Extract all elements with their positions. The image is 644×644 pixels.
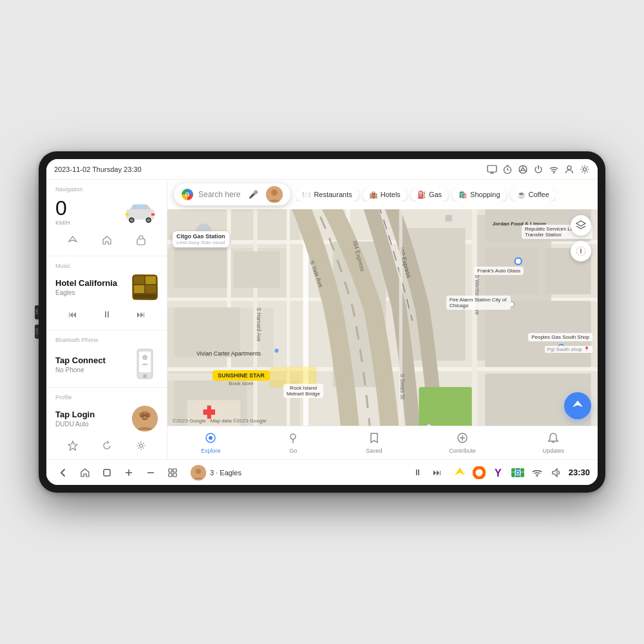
sidebar: Navigation 0 KM/H <box>46 180 167 459</box>
map-bottom-nav: Explore Go <box>167 426 598 459</box>
hotels-chip[interactable]: 🏨 Hotels <box>363 188 407 202</box>
wifi-icon[interactable] <box>549 164 559 175</box>
gas-label: Gas <box>429 191 442 198</box>
svg-text:S Swais St: S Swais St <box>399 374 405 399</box>
saved-nav[interactable]: Saved <box>358 430 390 457</box>
profile-section: Profile Tap Login DUDU Auto <box>46 388 167 459</box>
bt-title: Tap Connect <box>55 355 126 365</box>
back-btn[interactable] <box>54 464 72 482</box>
now-playing: 3 · Eagles <box>191 465 406 480</box>
power-icon[interactable] <box>533 164 544 175</box>
music-text: Hotel California Eagles <box>55 278 126 296</box>
svg-point-85 <box>515 258 522 265</box>
contribute-label: Contribute <box>449 448 476 454</box>
mic-search-btn[interactable]: 🎤 <box>245 187 261 202</box>
screen: 2023-11-02 Thursday 23:30 <box>46 159 598 485</box>
bag-btn[interactable] <box>132 231 150 249</box>
user-icon[interactable] <box>564 164 574 175</box>
profile-text: Tap Login DUDU Auto <box>55 410 126 428</box>
saved-label: Saved <box>366 448 383 454</box>
svg-line-10 <box>520 170 522 171</box>
direction-btn[interactable] <box>64 231 82 249</box>
bt-text: Tap Connect No Phone <box>55 355 126 374</box>
navigation-fab[interactable] <box>564 392 591 419</box>
svg-rect-79 <box>419 387 472 426</box>
pgl-label: Pgl South shop 📍 <box>545 346 592 353</box>
user-avatar[interactable] <box>266 186 283 203</box>
music-section: Music Hotel California Eagles <box>46 256 167 330</box>
profile-subtitle: DUDU Auto <box>55 421 126 428</box>
svg-rect-26 <box>134 276 144 284</box>
refresh-btn[interactable] <box>98 437 116 455</box>
compass-btn[interactable] <box>571 241 591 261</box>
taskbar-avatar <box>191 465 206 480</box>
peoples-gas-label: Peoples Gas South Shop <box>528 333 592 341</box>
gas-chip[interactable]: ⛽ Gas <box>411 188 448 202</box>
updates-nav[interactable]: Updates <box>535 430 573 457</box>
steering-icon[interactable] <box>518 164 528 175</box>
svg-rect-69 <box>234 251 280 288</box>
svg-point-98 <box>290 434 296 439</box>
svg-rect-24 <box>137 239 145 245</box>
next-btn[interactable]: ⏭ <box>132 305 150 323</box>
nav-arrow-icon[interactable] <box>453 466 467 480</box>
taskbar-volume-icon[interactable] <box>549 466 564 480</box>
phone-icon <box>132 348 158 381</box>
taskbar-controls: ⏸ ⏭ <box>410 465 445 480</box>
contribute-nav[interactable]: Contribute <box>441 430 484 457</box>
coffee-chip[interactable]: ☕ Coffee <box>511 188 556 202</box>
timer-icon[interactable] <box>502 164 513 175</box>
taskbar: 3 · Eagles ⏸ ⏭ <box>46 459 598 485</box>
svg-rect-68 <box>174 248 227 288</box>
taskbar-next-btn[interactable]: ⏭ <box>430 465 445 480</box>
settings-icon[interactable] <box>580 164 590 175</box>
speed-unit: KM/H <box>55 220 116 226</box>
svg-rect-109 <box>173 473 176 477</box>
shopping-label: Shopping <box>470 191 500 198</box>
vivian-label: Vivian Carter Apartments <box>196 350 261 357</box>
restaurants-chip[interactable]: 🍽️ Restaurants <box>296 188 358 202</box>
prev-btn[interactable]: ⏮ <box>64 305 82 323</box>
hotels-icon: 🏨 <box>369 191 378 199</box>
yahoo-icon[interactable]: Y <box>491 466 506 480</box>
svg-point-111 <box>196 469 201 474</box>
shopping-chip[interactable]: 🛍️ Shopping <box>452 188 507 202</box>
profile-settings-btn[interactable] <box>132 437 150 455</box>
mic-label: MIC <box>35 309 39 315</box>
category-chips: 🍽️ Restaurants 🏨 Hotels ⛽ Gas 🛍️ <box>296 188 555 202</box>
grid-btn[interactable] <box>164 464 182 482</box>
explore-nav[interactable]: Explore <box>193 430 229 457</box>
album-art <box>132 274 158 300</box>
square-btn[interactable] <box>98 464 116 482</box>
minus-btn[interactable] <box>142 464 160 482</box>
go-nav[interactable]: Go <box>279 430 307 457</box>
profile-info: Tap Login DUDU Auto <box>55 406 158 431</box>
rst-button[interactable]: RST <box>35 325 39 339</box>
svg-rect-23 <box>151 213 155 216</box>
donut-icon[interactable] <box>472 466 486 480</box>
svg-point-38 <box>147 415 149 417</box>
svg-rect-30 <box>134 294 156 298</box>
bt-info: Tap Connect No Phone <box>55 348 158 381</box>
map-background: S Yale Ave I94 Express I90 Express S Wen… <box>167 209 598 426</box>
svg-point-14 <box>583 167 587 171</box>
star-btn[interactable] <box>64 437 82 455</box>
pause-btn[interactable]: ⏸ <box>98 305 116 323</box>
bluetooth-section: Bluetooth Phone Tap Connect No Phone <box>46 330 167 388</box>
home-taskbar-btn[interactable] <box>76 464 94 482</box>
search-bar[interactable]: G Search here 🎤 <box>174 184 290 205</box>
taskbar-pause-btn[interactable]: ⏸ <box>410 465 426 480</box>
layers-btn[interactable] <box>571 215 591 236</box>
maps-icon[interactable] <box>511 466 525 480</box>
monitor-icon[interactable] <box>487 164 497 175</box>
mic-button[interactable]: MIC <box>35 305 39 319</box>
add-btn[interactable] <box>120 464 138 482</box>
svg-rect-107 <box>173 469 176 472</box>
taskbar-time: 23:30 <box>569 468 590 477</box>
home-btn[interactable] <box>98 231 116 249</box>
restaurants-label: Restaurants <box>314 191 352 198</box>
svg-point-12 <box>553 172 554 173</box>
svg-rect-29 <box>146 285 156 293</box>
music-title: Hotel California <box>55 278 126 288</box>
car-icon <box>122 199 158 225</box>
